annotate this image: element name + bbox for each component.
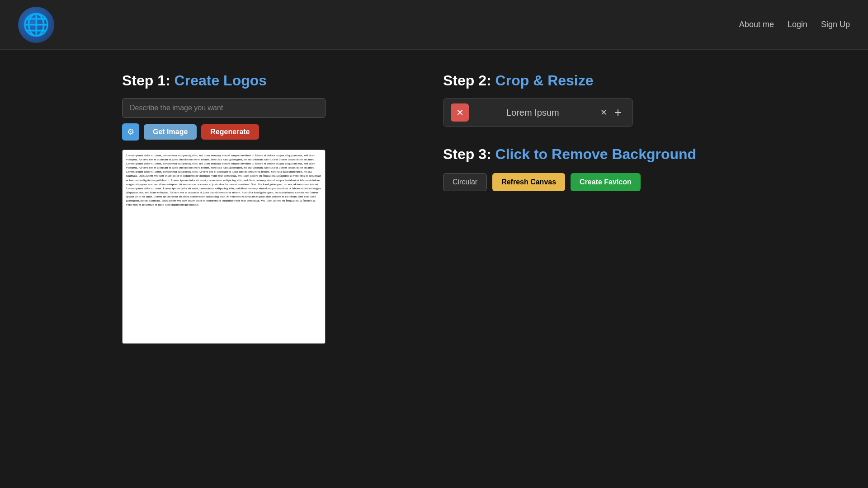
settings-icon: ⚙ <box>127 127 134 137</box>
image-description-input[interactable] <box>122 98 326 118</box>
crop-text: Lorem Ipsum <box>469 108 597 118</box>
create-favicon-button[interactable]: Create Favicon <box>571 173 641 191</box>
nav-about-me[interactable]: About me <box>739 20 774 29</box>
step3-title: Click to Remove Background <box>495 146 697 162</box>
refresh-canvas-button[interactable]: Refresh Canvas <box>492 173 565 191</box>
step1-heading: Step 1: Create Logos <box>122 72 425 89</box>
crop-plus-button[interactable]: + <box>611 103 625 122</box>
image-preview: Lorem ipsum dolor sit amet, consectetur … <box>122 150 326 344</box>
step3-label: Step 3: <box>443 146 491 162</box>
step1-label: Step 1: <box>122 72 170 89</box>
image-input-area: ⚙ Get Image Regenerate <box>122 98 425 141</box>
right-panel: Step 2: Crop & Resize ✕ Lorem Ipsum ✕ + … <box>443 72 746 344</box>
main-content: Step 1: Create Logos ⚙ Get Image Regener… <box>0 59 868 357</box>
nav-sign-up[interactable]: Sign Up <box>821 20 850 29</box>
step2-label: Step 2: <box>443 72 491 89</box>
left-panel: Step 1: Create Logos ⚙ Get Image Regener… <box>122 72 425 344</box>
logo-area: 🌐 <box>18 7 54 43</box>
step1-title: Create Logos <box>175 72 267 89</box>
get-image-button[interactable]: Get Image <box>144 124 197 140</box>
regenerate-button[interactable]: Regenerate <box>201 124 259 140</box>
settings-button[interactable]: ⚙ <box>122 123 139 141</box>
content-wrapper: Step 1: Create Logos ⚙ Get Image Regener… <box>0 50 868 357</box>
step2-title: Crop & Resize <box>495 72 594 89</box>
step3-buttons: Circular Refresh Canvas Create Favicon <box>443 173 746 191</box>
step2-heading: Step 2: Crop & Resize <box>443 72 746 89</box>
lorem-ipsum-preview: Lorem ipsum dolor sit amet, consectetur … <box>123 150 325 211</box>
nav-login[interactable]: Login <box>788 20 807 29</box>
globe-icon: 🌐 <box>23 12 50 38</box>
navbar-links: About me Login Sign Up <box>739 20 850 29</box>
crop-close-button[interactable]: ✕ <box>597 106 611 119</box>
crop-resize-bar: ✕ Lorem Ipsum ✕ + <box>443 98 633 127</box>
step3-heading: Step 3: Click to Remove Background <box>443 145 746 164</box>
crop-remove-button[interactable]: ✕ <box>451 103 469 122</box>
action-buttons: ⚙ Get Image Regenerate <box>122 123 425 141</box>
circular-button[interactable]: Circular <box>443 173 487 191</box>
navbar: 🌐 About me Login Sign Up <box>0 0 868 50</box>
logo-icon: 🌐 <box>18 7 54 43</box>
